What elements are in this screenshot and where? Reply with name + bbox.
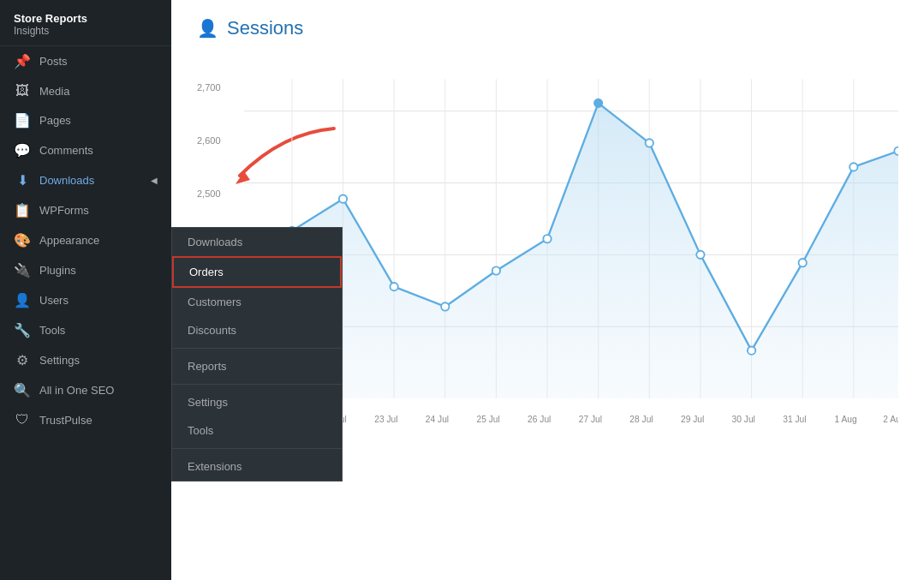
submenu-item-downloads[interactable]: Downloads <box>172 228 342 256</box>
submenu-item-label: Settings <box>188 396 228 409</box>
seo-icon: 🔍 <box>14 382 31 398</box>
submenu-item-orders[interactable]: Orders <box>172 256 342 288</box>
sidebar-item-label: Posts <box>39 55 68 68</box>
store-reports-label: Store Reports <box>14 12 158 25</box>
sidebar-item-tools[interactable]: 🔧 Tools <box>0 315 171 345</box>
svg-text:2 Aug: 2 Aug <box>883 415 898 424</box>
downloads-icon: ⬇ <box>14 172 31 188</box>
svg-point-24 <box>646 139 653 146</box>
submenu-item-label: Reports <box>188 360 227 373</box>
svg-text:24 Jul: 24 Jul <box>426 415 449 424</box>
svg-text:25 Jul: 25 Jul <box>476 415 499 424</box>
svg-point-23 <box>594 99 602 107</box>
submenu-divider-2 <box>172 384 342 385</box>
sidebar-item-all-in-one-seo[interactable]: 🔍 All in One SEO <box>0 375 171 405</box>
sidebar-item-label: Users <box>39 294 69 307</box>
appearance-icon: 🎨 <box>14 232 31 248</box>
submenu-item-discounts[interactable]: Discounts <box>172 316 342 344</box>
sidebar-item-label: TrustPulse <box>39 414 92 427</box>
submenu-divider-3 <box>172 448 342 449</box>
submenu-item-label: Customers <box>188 296 241 308</box>
svg-text:30 Jul: 30 Jul <box>732 415 755 424</box>
svg-text:26 Jul: 26 Jul <box>528 415 551 424</box>
svg-point-29 <box>894 147 898 155</box>
sidebar-item-label: Media <box>39 85 69 98</box>
chart-title: Sessions <box>227 17 303 39</box>
svg-text:31 Jul: 31 Jul <box>783 415 806 424</box>
insights-label: Insights <box>14 25 158 37</box>
sidebar-item-pages[interactable]: 📄 Pages <box>0 105 171 135</box>
sidebar-item-plugins[interactable]: 🔌 Plugins <box>0 255 171 285</box>
svg-point-26 <box>748 347 755 355</box>
sidebar-item-label: Settings <box>39 354 80 367</box>
chart-title-row: 👤 Sessions <box>197 17 898 39</box>
media-icon: 🖼 <box>14 83 31 99</box>
sidebar-item-users[interactable]: 👤 Users <box>0 285 171 315</box>
sidebar-item-media[interactable]: 🖼 Media <box>0 76 171 105</box>
svg-point-28 <box>849 163 857 170</box>
tools-icon: 🔧 <box>14 322 31 338</box>
sidebar-item-posts[interactable]: 📌 Posts <box>0 46 171 76</box>
submenu-item-label: Extensions <box>188 460 242 473</box>
svg-point-20 <box>441 302 449 310</box>
settings-icon: ⚙ <box>14 352 31 368</box>
sidebar-item-label: Comments <box>39 144 93 157</box>
sidebar-item-label: Plugins <box>39 264 76 277</box>
submenu-item-label: Discounts <box>188 324 236 337</box>
sidebar-item-label: Tools <box>39 324 65 337</box>
sidebar-item-label: Appearance <box>39 234 99 247</box>
submenu-item-label: Downloads <box>188 236 242 248</box>
posts-icon: 📌 <box>14 53 31 69</box>
svg-text:27 Jul: 27 Jul <box>579 415 602 424</box>
svg-point-18 <box>339 194 347 202</box>
sidebar-item-label: WPForms <box>39 204 89 217</box>
y-axis: 2,700 2,600 2,500 <box>197 82 221 199</box>
sidebar-item-label: Pages <box>39 114 71 127</box>
downloads-submenu: Downloads Orders Customers Discounts Rep… <box>171 227 343 481</box>
comments-icon: 💬 <box>14 142 31 158</box>
svg-point-27 <box>799 259 807 266</box>
submenu-item-label: Orders <box>189 266 224 278</box>
submenu-item-reports[interactable]: Reports <box>172 352 342 380</box>
submenu-divider-1 <box>172 348 342 349</box>
submenu-item-tools[interactable]: Tools <box>172 416 342 445</box>
sidebar: Store Reports Insights 📌 Posts 🖼 Media 📄… <box>0 0 171 580</box>
svg-point-25 <box>696 251 704 259</box>
sidebar-item-wpforms[interactable]: 📋 WPForms <box>0 195 171 225</box>
users-icon: 👤 <box>14 292 31 308</box>
plugins-icon: 🔌 <box>14 262 31 278</box>
svg-text:1 Aug: 1 Aug <box>834 415 856 424</box>
submenu-arrow-icon: ◀ <box>151 176 158 185</box>
y-label-2500: 2,500 <box>197 188 221 199</box>
sidebar-header: Store Reports Insights <box>0 0 171 46</box>
sidebar-item-downloads[interactable]: ⬇ Downloads ◀ <box>0 165 171 195</box>
submenu-item-customers[interactable]: Customers <box>172 288 342 316</box>
sessions-icon: 👤 <box>197 18 218 39</box>
sidebar-item-comments[interactable]: 💬 Comments <box>0 135 171 165</box>
sidebar-item-settings[interactable]: ⚙ Settings <box>0 345 171 375</box>
svg-text:23 Jul: 23 Jul <box>374 415 397 424</box>
svg-point-22 <box>543 235 551 242</box>
wpforms-icon: 📋 <box>14 202 31 218</box>
svg-point-21 <box>492 266 500 274</box>
svg-point-19 <box>390 283 398 290</box>
submenu-item-settings[interactable]: Settings <box>172 388 342 416</box>
y-label-2700: 2,700 <box>197 82 221 93</box>
trustpulse-icon: 🛡 <box>14 412 31 428</box>
svg-text:29 Jul: 29 Jul <box>681 415 704 424</box>
pages-icon: 📄 <box>14 112 31 129</box>
y-label-2600: 2,600 <box>197 135 221 146</box>
submenu-item-label: Tools <box>188 424 213 437</box>
sidebar-item-label: All in One SEO <box>39 384 114 397</box>
submenu-item-extensions[interactable]: Extensions <box>172 452 342 481</box>
sidebar-item-trustpulse[interactable]: 🛡 TrustPulse <box>0 405 171 434</box>
svg-text:28 Jul: 28 Jul <box>629 415 653 424</box>
sidebar-item-appearance[interactable]: 🎨 Appearance <box>0 225 171 255</box>
sidebar-item-label: Downloads <box>39 174 94 187</box>
